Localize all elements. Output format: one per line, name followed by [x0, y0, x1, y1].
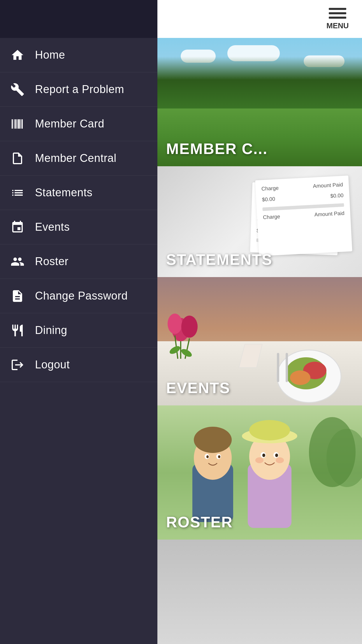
- sidebar-item-logout[interactable]: Logout: [0, 348, 157, 382]
- svg-point-34: [275, 454, 278, 457]
- sidebar-item-statements[interactable]: Statements: [0, 176, 157, 210]
- home-icon: [9, 46, 26, 64]
- sidebar-item-statements-label: Statements: [35, 186, 92, 199]
- roster-tile[interactable]: ROSTER: [157, 405, 362, 540]
- sidebar-item-roster-label: Roster: [35, 255, 68, 268]
- bottom-scene: [157, 540, 362, 644]
- sidebar-item-report-problem[interactable]: Report a Problem: [0, 72, 157, 107]
- sidebar-item-member-card-label: Member Card: [35, 118, 104, 130]
- sidebar-item-member-card[interactable]: Member Card: [0, 107, 157, 141]
- roster-tile-label: ROSTER: [166, 513, 233, 531]
- sidebar-item-change-password[interactable]: Change Password: [0, 279, 157, 313]
- svg-point-22: [194, 427, 232, 453]
- svg-point-36: [276, 457, 284, 463]
- barcode-icon: [9, 115, 26, 133]
- logout-icon: [9, 356, 26, 374]
- svg-point-33: [262, 454, 265, 457]
- hamburger-icon: [329, 8, 346, 19]
- svg-rect-14: [277, 353, 279, 382]
- sidebar-item-roster[interactable]: Roster: [0, 244, 157, 279]
- header-bar: MENU: [315, 0, 362, 38]
- svg-point-26: [218, 455, 220, 458]
- member-card-tile-label: MEMBER C...: [166, 140, 268, 158]
- sidebar-item-member-central[interactable]: Member Central: [0, 141, 157, 176]
- bottom-tile[interactable]: [157, 540, 362, 644]
- sidebar: Home Report a Problem Member Card Member…: [0, 0, 157, 644]
- sidebar-item-home[interactable]: Home: [0, 38, 157, 72]
- dining-icon: [9, 322, 26, 339]
- sidebar-item-member-central-label: Member Central: [35, 152, 116, 164]
- sidebar-item-logout-label: Logout: [35, 358, 70, 371]
- sidebar-item-report-label: Report a Problem: [35, 83, 124, 96]
- sidebar-item-events[interactable]: Events: [0, 210, 157, 244]
- sidebar-item-change-password-label: Change Password: [35, 290, 128, 302]
- calendar-icon: [9, 218, 26, 236]
- people-icon: [9, 253, 26, 270]
- sidebar-item-dining-label: Dining: [35, 324, 67, 337]
- member-card-tile[interactable]: MEMBER C...: [157, 38, 362, 166]
- sidebar-top-bar: [0, 0, 157, 38]
- document-icon: [9, 150, 26, 167]
- wrench-icon: [9, 81, 26, 98]
- svg-point-30: [249, 420, 290, 440]
- golf-trees: [157, 57, 362, 115]
- menu-button[interactable]: MENU: [326, 8, 349, 30]
- doc-front: Charge Amount Paid $0.00 $0.00 Charge Am…: [255, 176, 352, 256]
- svg-point-5: [290, 370, 310, 385]
- svg-point-7: [168, 314, 182, 334]
- statements-tile[interactable]: Charge Amount Paid $0.00 $0.00 Charge Am…: [157, 166, 362, 277]
- key-icon: [9, 287, 26, 305]
- svg-point-35: [255, 457, 263, 463]
- sidebar-item-dining[interactable]: Dining: [0, 313, 157, 348]
- sidebar-item-events-label: Events: [35, 221, 70, 233]
- statements-tile-label: STATEMENTS: [166, 251, 273, 268]
- main-panel: MENU MEMBER C... Charge Amount Paid $0.0…: [157, 0, 362, 644]
- svg-rect-15: [286, 353, 288, 382]
- golf-fairway: [157, 108, 362, 166]
- events-tile[interactable]: EVENTS: [157, 277, 362, 405]
- menu-label: MENU: [326, 21, 349, 30]
- sidebar-item-home-label: Home: [35, 49, 65, 61]
- svg-point-8: [181, 316, 198, 338]
- svg-point-25: [206, 455, 209, 458]
- events-tile-label: EVENTS: [166, 379, 230, 397]
- list-icon: [9, 184, 26, 202]
